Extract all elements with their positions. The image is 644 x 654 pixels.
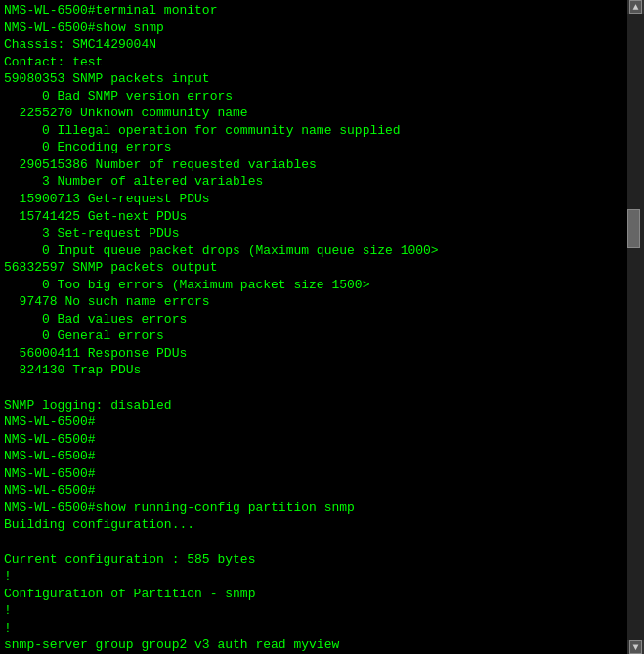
scrollbar[interactable]: ▲ ▼ (627, 0, 644, 654)
scroll-up-arrow[interactable]: ▲ (629, 0, 642, 14)
scroll-down-arrow[interactable]: ▼ (629, 640, 642, 654)
terminal-output: NMS-WL-6500#terminal monitor NMS-WL-6500… (0, 0, 627, 654)
terminal-window: NMS-WL-6500#terminal monitor NMS-WL-6500… (0, 0, 644, 654)
scrollbar-thumb[interactable] (627, 209, 640, 248)
scrollbar-track[interactable] (627, 14, 644, 640)
